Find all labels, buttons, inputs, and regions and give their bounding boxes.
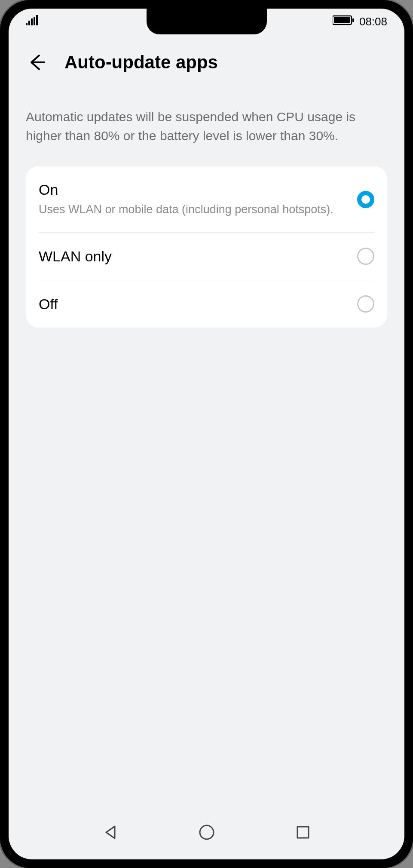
svg-point-8: [200, 825, 214, 839]
svg-rect-2: [31, 18, 33, 25]
notch: [147, 9, 267, 34]
option-wlan-only[interactable]: WLAN only: [26, 233, 387, 280]
radio-on[interactable]: [357, 191, 374, 208]
svg-rect-0: [26, 23, 28, 25]
status-left: [26, 15, 39, 28]
svg-rect-1: [28, 21, 30, 25]
battery-icon: [333, 15, 355, 28]
option-title: Off: [39, 296, 349, 313]
signal-icon: [26, 15, 39, 28]
option-content: On Uses WLAN or mobile data (including p…: [39, 181, 357, 217]
nav-home-button[interactable]: [197, 823, 216, 842]
options-card: On Uses WLAN or mobile data (including p…: [26, 166, 387, 328]
option-title: WLAN only: [39, 248, 349, 265]
nav-back-button[interactable]: [101, 823, 120, 842]
page-header: Auto-update apps: [9, 34, 404, 86]
status-time: 08:08: [359, 15, 387, 28]
option-subtitle: Uses WLAN or mobile data (including pers…: [39, 202, 349, 217]
phone-screen: 08:08 Auto-update apps Automatic updates…: [9, 9, 404, 859]
option-off[interactable]: Off: [26, 280, 387, 328]
phone-frame: 08:08 Auto-update apps Automatic updates…: [0, 0, 413, 868]
svg-rect-3: [34, 17, 35, 25]
radio-wlan-only[interactable]: [357, 248, 374, 265]
option-title: On: [39, 181, 349, 198]
nav-recent-button[interactable]: [294, 823, 312, 842]
option-content: Off: [39, 296, 357, 313]
svg-rect-7: [352, 18, 354, 22]
option-on[interactable]: On Uses WLAN or mobile data (including p…: [26, 166, 387, 232]
option-content: WLAN only: [39, 248, 357, 265]
navigation-bar: [9, 813, 404, 852]
radio-off[interactable]: [357, 295, 374, 313]
settings-description: Automatic updates will be suspended when…: [9, 86, 404, 166]
page-title: Auto-update apps: [64, 52, 218, 73]
back-button[interactable]: [26, 52, 47, 73]
svg-rect-9: [297, 827, 309, 838]
svg-rect-6: [334, 17, 350, 23]
status-right: 08:08: [333, 15, 387, 28]
svg-rect-4: [36, 15, 38, 25]
